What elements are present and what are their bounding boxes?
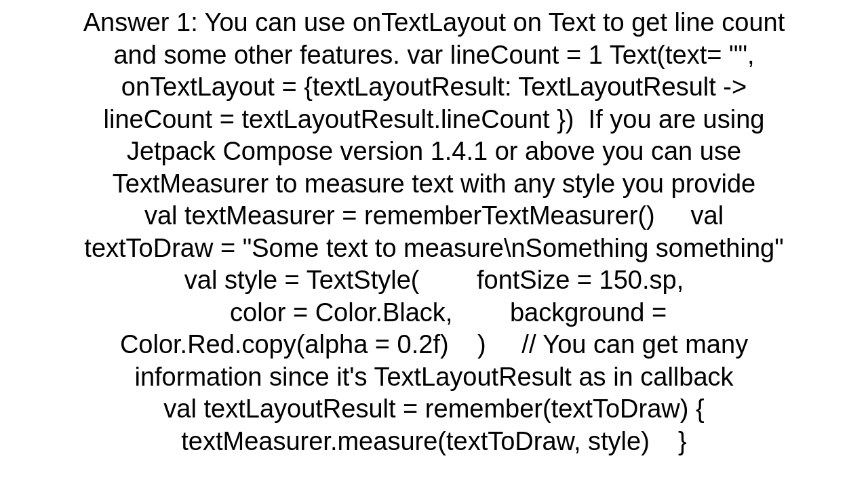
main-container: Answer 1: You can use onTextLayout on Te… xyxy=(0,0,868,488)
answer-paragraph: Answer 1: You can use onTextLayout on Te… xyxy=(14,7,854,458)
